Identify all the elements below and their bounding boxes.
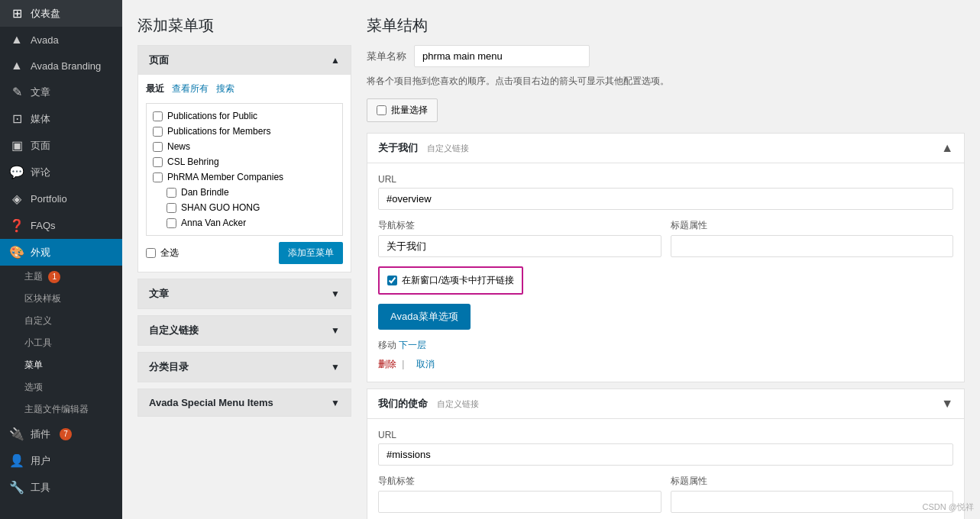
pub-members-checkbox[interactable]: [153, 127, 163, 137]
menu-item-about-us-title: 关于我们: [378, 142, 418, 153]
sidebar-item-appearance[interactable]: 🎨 外观: [0, 239, 122, 266]
menu-item-about-us-arrow[interactable]: ▲: [941, 141, 953, 155]
sidebar-item-faqs[interactable]: ❓ FAQs: [0, 212, 122, 239]
title-attr-input-mission[interactable]: [671, 491, 954, 513]
list-item: SHAN GUO HONG: [151, 200, 338, 215]
tab-search[interactable]: 搜索: [216, 82, 234, 95]
menu-name-row: 菜单名称: [367, 45, 965, 67]
avada-menu-options-button[interactable]: Avada菜单选项: [378, 304, 471, 330]
sidebar-item-block-templates[interactable]: 区块样板: [0, 288, 122, 310]
avada-icon: ▲: [9, 33, 24, 47]
menu-panel: 菜单结构 菜单名称 将各个项目拖到您喜欢的顺序。点击项目右边的箭头可显示其他配置…: [367, 15, 965, 519]
custom-links-accordion-header[interactable]: 自定义链接 ▼: [138, 316, 351, 345]
shan-guo-hong-checkbox[interactable]: [167, 203, 176, 213]
custom-links-accordion-arrow: ▼: [331, 325, 340, 336]
select-all-label[interactable]: 全选: [146, 247, 179, 260]
sidebar-item-comments[interactable]: 💬 评论: [0, 159, 122, 185]
add-to-menu-button[interactable]: 添加至菜单: [279, 242, 343, 264]
sidebar-item-media[interactable]: ⊡ 媒体: [0, 105, 122, 132]
sidebar-item-avada[interactable]: ▲ Avada: [0, 27, 122, 53]
menu-name-label: 菜单名称: [367, 50, 406, 63]
sidebar-item-dashboard[interactable]: ⊞ 仪表盘: [0, 0, 122, 27]
nav-label-input[interactable]: [378, 235, 661, 257]
menu-item-our-mission: 我们的使命 自定义链接 ▼ URL 导航标签: [367, 388, 965, 519]
batch-select-checkbox[interactable]: [377, 105, 387, 115]
nav-label-field-row: 导航标签: [378, 219, 661, 257]
avada-special-accordion-header[interactable]: Avada Special Menu Items ▼: [138, 389, 351, 416]
pages-icon: ▣: [9, 138, 24, 153]
menu-item-our-mission-header[interactable]: 我们的使命 自定义链接 ▼: [367, 389, 964, 418]
menu-item-about-us-header[interactable]: 关于我们 自定义链接 ▲: [367, 134, 964, 163]
list-item: CSL Behring: [151, 154, 338, 169]
appearance-icon: 🎨: [9, 245, 24, 260]
csl-behring-checkbox[interactable]: [153, 157, 163, 167]
faqs-icon: ❓: [9, 218, 24, 233]
phrma-member-checkbox[interactable]: [153, 172, 163, 182]
sidebar-item-options[interactable]: 选项: [0, 376, 122, 398]
dan-brindle-checkbox[interactable]: [167, 188, 176, 198]
sidebar-item-tools[interactable]: 🔧 工具: [0, 474, 122, 501]
sidebar-item-menus[interactable]: 菜单: [0, 354, 122, 376]
pages-accordion-header[interactable]: 页面 ▲: [138, 46, 351, 75]
url-field-input[interactable]: [378, 188, 953, 210]
news-checkbox[interactable]: [153, 142, 163, 152]
two-col-row: 导航标签 标题属性: [378, 219, 953, 266]
sidebar-item-theme-editor[interactable]: 主题文件编辑器: [0, 398, 122, 421]
url-input-mission[interactable]: [378, 443, 953, 466]
delete-link[interactable]: 删除: [378, 359, 396, 369]
tab-recent[interactable]: 最近: [146, 82, 164, 95]
title-attr-field-row: 标题属性: [671, 219, 954, 257]
plugins-badge: 7: [60, 428, 72, 440]
pages-accordion-body: 最近 查看所有 搜索 Publications for Public Publi…: [138, 75, 351, 272]
pages-tabs: 最近 查看所有 搜索: [146, 82, 343, 95]
sidebar-item-users[interactable]: 👤 用户: [0, 447, 122, 474]
comments-icon: 💬: [9, 165, 24, 179]
select-all-checkbox[interactable]: [146, 248, 156, 258]
move-down-link[interactable]: 下一层: [399, 340, 426, 350]
open-new-tab-checkbox[interactable]: [387, 276, 397, 285]
pub-public-label: Publications for Public: [167, 111, 257, 121]
sidebar-item-customize[interactable]: 自定义: [0, 310, 122, 332]
two-col-row-mission: 导航标签 标题属性: [378, 475, 953, 519]
sidebar-item-widgets[interactable]: 小工具: [0, 332, 122, 354]
tools-icon: 🔧: [9, 480, 24, 495]
pages-checkbox-list: Publications for Public Publications for…: [146, 103, 343, 236]
plugins-icon: 🔌: [9, 427, 24, 441]
nav-label-label-mission: 导航标签: [378, 475, 661, 488]
nav-label-input-mission[interactable]: [378, 491, 661, 513]
title-attr-label-mission: 标题属性: [671, 475, 954, 488]
menu-item-our-mission-arrow[interactable]: ▼: [941, 397, 953, 411]
sidebar-item-themes[interactable]: 主题 1: [0, 266, 122, 288]
categories-accordion-arrow: ▼: [331, 362, 340, 372]
sidebar-item-pages[interactable]: ▣ 页面: [0, 132, 122, 159]
shan-guo-hong-label: SHAN GUO HONG: [181, 202, 260, 213]
posts-accordion-header[interactable]: 文章 ▼: [138, 279, 351, 308]
menu-name-input[interactable]: [414, 45, 590, 67]
pub-public-checkbox[interactable]: [153, 111, 163, 121]
avada-branding-icon: ▲: [9, 59, 24, 73]
anna-van-acker-checkbox[interactable]: [167, 218, 176, 228]
pub-members-label: Publications for Members: [167, 126, 270, 137]
action-row: 删除 | 取消: [378, 358, 953, 371]
sidebar-item-plugins[interactable]: 🔌 插件 7: [0, 421, 122, 447]
title-attr-input[interactable]: [671, 235, 954, 257]
dan-brindle-label: Dan Brindle: [181, 187, 229, 198]
avada-special-accordion-arrow: ▼: [331, 398, 340, 408]
open-new-tab-row: 在新窗口/选项卡中打开链接: [378, 266, 523, 295]
tab-view-all[interactable]: 查看所有: [172, 82, 209, 95]
main-content: 添加菜单项 页面 ▲ 最近 查看所有 搜索 Publi: [122, 0, 980, 519]
list-item: Publications for Public: [151, 108, 338, 124]
batch-select-button[interactable]: 批量选择: [367, 98, 438, 122]
avada-special-accordion: Avada Special Menu Items ▼: [137, 388, 351, 417]
cancel-link[interactable]: 取消: [416, 359, 435, 369]
title-attr-field-row-mission: 标题属性: [671, 475, 954, 513]
list-item: Dan Brindle: [151, 185, 338, 200]
menu-item-our-mission-body: URL 导航标签 标题属性: [367, 418, 964, 519]
categories-accordion-header[interactable]: 分类目录 ▼: [138, 353, 351, 382]
dashboard-icon: ⊞: [9, 6, 24, 21]
sidebar-item-posts[interactable]: ✎ 文章: [0, 79, 122, 105]
sidebar-item-avada-branding[interactable]: ▲ Avada Branding: [0, 53, 122, 79]
sidebar-item-portfolio[interactable]: ◈ Portfolio: [0, 185, 122, 212]
csl-behring-label: CSL Behring: [167, 156, 219, 167]
nav-label-field-row-mission: 导航标签: [378, 475, 661, 513]
